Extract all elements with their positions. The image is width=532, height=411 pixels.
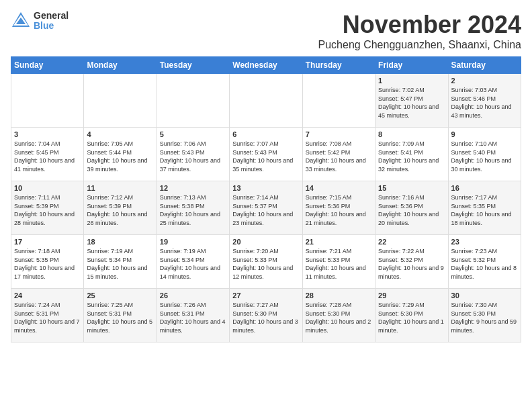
- day-cell-11: 11Sunrise: 7:12 AM Sunset: 5:39 PM Dayli…: [84, 181, 157, 235]
- day-info: Sunrise: 7:24 AM Sunset: 5:31 PM Dayligh…: [14, 301, 81, 334]
- logo-icon: [11, 11, 31, 31]
- day-info: Sunrise: 7:13 AM Sunset: 5:38 PM Dayligh…: [160, 193, 226, 227]
- calendar-header: SundayMondayTuesdayWednesdayThursdayFrid…: [11, 57, 521, 74]
- day-cell-5: 5Sunrise: 7:06 AM Sunset: 5:43 PM Daylig…: [157, 128, 229, 181]
- day-info: Sunrise: 7:03 AM Sunset: 5:46 PM Dayligh…: [451, 86, 518, 120]
- day-info: Sunrise: 7:28 AM Sunset: 5:30 PM Dayligh…: [306, 301, 372, 334]
- day-number: 8: [378, 130, 445, 138]
- weekday-header-row: SundayMondayTuesdayWednesdayThursdayFrid…: [11, 57, 521, 74]
- day-cell-10: 10Sunrise: 7:11 AM Sunset: 5:39 PM Dayli…: [11, 181, 84, 235]
- day-cell-1: 1Sunrise: 7:02 AM Sunset: 5:47 PM Daylig…: [375, 74, 448, 128]
- day-number: 4: [87, 130, 153, 138]
- day-number: 25: [87, 291, 153, 300]
- day-info: Sunrise: 7:08 AM Sunset: 5:42 PM Dayligh…: [306, 140, 372, 173]
- day-info: Sunrise: 7:30 AM Sunset: 5:30 PM Dayligh…: [451, 301, 518, 334]
- day-number: 29: [378, 291, 445, 300]
- day-info: Sunrise: 7:02 AM Sunset: 5:47 PM Dayligh…: [378, 86, 445, 120]
- logo-general: General: [34, 11, 69, 21]
- day-number: 21: [306, 238, 372, 246]
- day-info: Sunrise: 7:27 AM Sunset: 5:30 PM Dayligh…: [232, 301, 299, 334]
- day-info: Sunrise: 7:19 AM Sunset: 5:34 PM Dayligh…: [87, 247, 153, 281]
- day-number: 6: [232, 130, 299, 138]
- day-info: Sunrise: 7:12 AM Sunset: 5:39 PM Dayligh…: [87, 193, 153, 227]
- day-number: 30: [451, 291, 518, 300]
- day-cell-22: 22Sunrise: 7:22 AM Sunset: 5:32 PM Dayli…: [375, 235, 448, 289]
- day-cell-24: 24Sunrise: 7:24 AM Sunset: 5:31 PM Dayli…: [11, 289, 84, 342]
- day-info: Sunrise: 7:11 AM Sunset: 5:39 PM Dayligh…: [14, 193, 81, 227]
- day-cell-19: 19Sunrise: 7:19 AM Sunset: 5:34 PM Dayli…: [157, 235, 229, 289]
- title-block: November 2024 Pucheng Chengguanzhen, Sha…: [318, 11, 521, 51]
- weekday-header-thursday: Thursday: [302, 57, 375, 74]
- day-cell-20: 20Sunrise: 7:20 AM Sunset: 5:33 PM Dayli…: [230, 235, 302, 289]
- week-row-2: 3Sunrise: 7:04 AM Sunset: 5:45 PM Daylig…: [11, 128, 521, 181]
- day-number: 15: [378, 184, 445, 192]
- week-row-3: 10Sunrise: 7:11 AM Sunset: 5:39 PM Dayli…: [11, 181, 521, 235]
- day-number: 11: [87, 184, 153, 192]
- empty-cell: [11, 74, 84, 128]
- day-cell-9: 9Sunrise: 7:10 AM Sunset: 5:40 PM Daylig…: [448, 128, 521, 181]
- weekday-header-monday: Monday: [84, 57, 157, 74]
- calendar-body: 1Sunrise: 7:02 AM Sunset: 5:47 PM Daylig…: [11, 74, 521, 342]
- day-info: Sunrise: 7:19 AM Sunset: 5:34 PM Dayligh…: [160, 247, 226, 281]
- day-info: Sunrise: 7:07 AM Sunset: 5:43 PM Dayligh…: [232, 140, 299, 173]
- day-number: 23: [451, 238, 518, 246]
- day-cell-27: 27Sunrise: 7:27 AM Sunset: 5:30 PM Dayli…: [230, 289, 302, 342]
- day-number: 22: [378, 238, 445, 246]
- day-cell-8: 8Sunrise: 7:09 AM Sunset: 5:41 PM Daylig…: [375, 128, 448, 181]
- day-cell-26: 26Sunrise: 7:26 AM Sunset: 5:31 PM Dayli…: [157, 289, 229, 342]
- day-cell-17: 17Sunrise: 7:18 AM Sunset: 5:35 PM Dayli…: [11, 235, 84, 289]
- day-cell-28: 28Sunrise: 7:28 AM Sunset: 5:30 PM Dayli…: [302, 289, 375, 342]
- day-cell-13: 13Sunrise: 7:14 AM Sunset: 5:37 PM Dayli…: [230, 181, 302, 235]
- week-row-5: 24Sunrise: 7:24 AM Sunset: 5:31 PM Dayli…: [11, 289, 521, 342]
- page-header: General Blue November 2024 Pucheng Cheng…: [11, 11, 521, 51]
- day-number: 10: [14, 184, 81, 192]
- weekday-header-wednesday: Wednesday: [230, 57, 302, 74]
- weekday-header-sunday: Sunday: [11, 57, 84, 74]
- logo-blue: Blue: [34, 21, 69, 31]
- day-cell-14: 14Sunrise: 7:15 AM Sunset: 5:36 PM Dayli…: [302, 181, 375, 235]
- day-number: 13: [232, 184, 299, 192]
- day-cell-2: 2Sunrise: 7:03 AM Sunset: 5:46 PM Daylig…: [448, 74, 521, 128]
- logo: General Blue: [11, 11, 69, 32]
- day-number: 27: [232, 291, 299, 300]
- day-number: 1: [378, 77, 445, 85]
- location: Pucheng Chengguanzhen, Shaanxi, China: [318, 39, 521, 51]
- day-info: Sunrise: 7:04 AM Sunset: 5:45 PM Dayligh…: [14, 140, 81, 173]
- day-info: Sunrise: 7:15 AM Sunset: 5:36 PM Dayligh…: [306, 193, 372, 227]
- day-info: Sunrise: 7:17 AM Sunset: 5:35 PM Dayligh…: [451, 193, 518, 227]
- day-cell-6: 6Sunrise: 7:07 AM Sunset: 5:43 PM Daylig…: [230, 128, 302, 181]
- logo-text: General Blue: [34, 11, 69, 32]
- day-info: Sunrise: 7:10 AM Sunset: 5:40 PM Dayligh…: [451, 140, 518, 173]
- day-number: 20: [232, 238, 299, 246]
- day-cell-25: 25Sunrise: 7:25 AM Sunset: 5:31 PM Dayli…: [84, 289, 157, 342]
- day-number: 2: [451, 77, 518, 85]
- day-cell-15: 15Sunrise: 7:16 AM Sunset: 5:36 PM Dayli…: [375, 181, 448, 235]
- day-cell-7: 7Sunrise: 7:08 AM Sunset: 5:42 PM Daylig…: [302, 128, 375, 181]
- weekday-header-saturday: Saturday: [448, 57, 521, 74]
- day-number: 3: [14, 130, 81, 138]
- day-number: 5: [160, 130, 226, 138]
- month-year: November 2024: [318, 11, 521, 39]
- day-info: Sunrise: 7:20 AM Sunset: 5:33 PM Dayligh…: [232, 247, 299, 281]
- day-info: Sunrise: 7:26 AM Sunset: 5:31 PM Dayligh…: [160, 301, 226, 334]
- day-number: 28: [306, 291, 372, 300]
- day-info: Sunrise: 7:29 AM Sunset: 5:30 PM Dayligh…: [378, 301, 445, 334]
- day-number: 18: [87, 238, 153, 246]
- day-info: Sunrise: 7:23 AM Sunset: 5:32 PM Dayligh…: [451, 247, 518, 281]
- empty-cell: [230, 74, 302, 128]
- empty-cell: [302, 74, 375, 128]
- day-number: 19: [160, 238, 226, 246]
- empty-cell: [84, 74, 157, 128]
- day-info: Sunrise: 7:22 AM Sunset: 5:32 PM Dayligh…: [378, 247, 445, 281]
- day-info: Sunrise: 7:18 AM Sunset: 5:35 PM Dayligh…: [14, 247, 81, 281]
- day-cell-4: 4Sunrise: 7:05 AM Sunset: 5:44 PM Daylig…: [84, 128, 157, 181]
- day-info: Sunrise: 7:25 AM Sunset: 5:31 PM Dayligh…: [87, 301, 153, 334]
- week-row-4: 17Sunrise: 7:18 AM Sunset: 5:35 PM Dayli…: [11, 235, 521, 289]
- day-number: 16: [451, 184, 518, 192]
- calendar-table: SundayMondayTuesdayWednesdayThursdayFrid…: [11, 56, 521, 342]
- weekday-header-tuesday: Tuesday: [157, 57, 229, 74]
- day-info: Sunrise: 7:16 AM Sunset: 5:36 PM Dayligh…: [378, 193, 445, 227]
- day-info: Sunrise: 7:05 AM Sunset: 5:44 PM Dayligh…: [87, 140, 153, 173]
- day-cell-29: 29Sunrise: 7:29 AM Sunset: 5:30 PM Dayli…: [375, 289, 448, 342]
- day-number: 26: [160, 291, 226, 300]
